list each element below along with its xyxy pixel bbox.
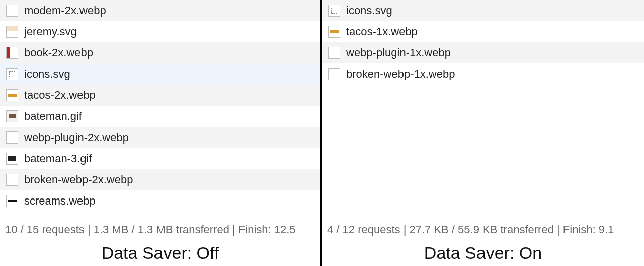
caption-right: Data Saver: On <box>322 239 644 266</box>
file-name-label: webp-plugin-2x.webp <box>24 131 129 144</box>
network-request-row[interactable]: webp-plugin-2x.webp <box>0 127 320 148</box>
network-request-list-right: icons.svgtacos-1x.webpwebp-plugin-1x.web… <box>322 0 644 220</box>
file-name-label: book-2x.webp <box>24 46 93 59</box>
file-name-label: icons.svg <box>346 4 392 17</box>
network-request-row[interactable]: tacos-1x.webp <box>322 21 644 42</box>
file-type-icon <box>6 68 18 80</box>
file-type-icon <box>6 5 18 17</box>
file-type-icon <box>6 153 18 165</box>
file-name-label: icons.svg <box>24 68 70 81</box>
network-summary-left: 10 / 15 requests | 1.3 MB / 1.3 MB trans… <box>0 220 320 239</box>
file-type-icon <box>6 47 18 59</box>
network-request-row[interactable]: jeremy.svg <box>0 21 320 42</box>
file-type-icon <box>328 68 340 80</box>
network-request-list-left: modem-2x.webpjeremy.svgbook-2x.webpicons… <box>0 0 320 220</box>
network-summary-right: 4 / 12 requests | 27.7 KB / 55.9 KB tran… <box>322 220 644 239</box>
file-name-label: jeremy.svg <box>24 25 77 38</box>
file-name-label: webp-plugin-1x.webp <box>346 46 451 59</box>
network-request-row[interactable]: webp-plugin-1x.webp <box>322 42 644 63</box>
caption-left: Data Saver: Off <box>0 239 320 266</box>
file-type-icon <box>6 110 18 122</box>
file-name-label: broken-webp-2x.webp <box>24 173 133 186</box>
file-type-icon <box>6 174 18 186</box>
file-type-icon <box>6 26 18 38</box>
network-request-row[interactable]: book-2x.webp <box>0 42 320 63</box>
file-type-icon <box>328 26 340 38</box>
file-name-label: tacos-2x.webp <box>24 89 96 102</box>
comparison-container: modem-2x.webpjeremy.svgbook-2x.webpicons… <box>0 0 644 266</box>
file-type-icon <box>328 5 340 17</box>
file-name-label: screams.webp <box>24 194 96 208</box>
file-name-label: bateman.gif <box>24 110 82 123</box>
network-request-row[interactable]: broken-webp-2x.webp <box>0 169 320 190</box>
network-request-row[interactable]: screams.webp <box>0 190 320 212</box>
network-request-row[interactable]: broken-webp-1x.webp <box>322 63 644 85</box>
network-request-row[interactable]: icons.svg <box>322 0 644 21</box>
panel-data-saver-off: modem-2x.webpjeremy.svgbook-2x.webpicons… <box>0 0 322 266</box>
network-request-row[interactable]: bateman.gif <box>0 106 320 127</box>
network-request-row[interactable]: bateman-3.gif <box>0 148 320 169</box>
file-name-label: broken-webp-1x.webp <box>346 68 455 81</box>
file-type-icon <box>6 131 18 144</box>
panel-data-saver-on: icons.svgtacos-1x.webpwebp-plugin-1x.web… <box>322 0 644 266</box>
file-type-icon <box>328 47 340 59</box>
file-type-icon <box>6 89 18 101</box>
file-name-label: modem-2x.webp <box>24 4 106 17</box>
network-request-row[interactable]: tacos-2x.webp <box>0 85 320 106</box>
file-type-icon <box>6 195 18 207</box>
network-request-row[interactable]: icons.svg <box>0 63 320 85</box>
file-name-label: bateman-3.gif <box>24 152 92 165</box>
network-request-row[interactable]: modem-2x.webp <box>0 0 320 21</box>
file-name-label: tacos-1x.webp <box>346 25 418 38</box>
